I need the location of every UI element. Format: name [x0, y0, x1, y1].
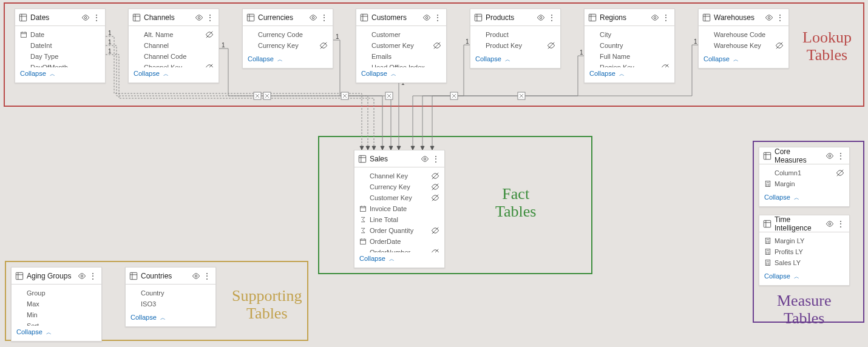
field-row[interactable]: Max [16, 299, 97, 309]
field-row[interactable]: Product [475, 30, 555, 39]
collapse-button[interactable]: Collapse ︿ [470, 53, 560, 68]
collapse-button[interactable]: Collapse ︿ [356, 67, 446, 83]
collapse-button[interactable]: Collapse ︿ [759, 191, 849, 206]
hidden-icon[interactable] [836, 169, 844, 177]
field-row[interactable]: Channel Key [359, 171, 439, 181]
collapse-button[interactable]: Collapse ︿ [759, 270, 849, 285]
field-row[interactable]: Currency Key [248, 41, 328, 50]
visibility-icon[interactable] [651, 13, 659, 22]
field-row[interactable]: City [589, 30, 670, 39]
field-row[interactable]: Margin [764, 179, 844, 189]
more-options-button[interactable]: ⋮ [433, 13, 442, 22]
field-row[interactable]: Invoice Date [359, 204, 439, 214]
card-header[interactable]: Warehouses⋮ [699, 9, 788, 26]
field-row[interactable]: Sales LY [764, 258, 844, 268]
table-card-time-intelligence[interactable]: Time Intelligence⋮Margin LYProfits LYSal… [759, 215, 850, 286]
field-row[interactable]: Channel Code [134, 52, 214, 61]
field-row[interactable]: Country [131, 288, 211, 298]
field-row[interactable]: Group [16, 288, 97, 298]
field-row[interactable]: Head Office Index [361, 62, 441, 67]
field-row[interactable]: Currency Key [359, 182, 439, 192]
hidden-icon[interactable] [431, 194, 439, 202]
table-card-sales[interactable]: Sales⋮Channel KeyCurrency KeyCustomer Ke… [354, 150, 445, 268]
field-row[interactable]: Date [20, 30, 100, 39]
field-row[interactable]: Country [589, 41, 670, 50]
card-header[interactable]: Dates⋮ [15, 9, 105, 26]
hidden-icon[interactable] [431, 226, 439, 235]
visibility-icon[interactable] [192, 272, 200, 280]
field-row[interactable]: Warehouse Key [704, 41, 784, 50]
field-row[interactable]: Order Quantity [359, 226, 439, 235]
table-card-customers[interactable]: Customers⋮CustomerCustomer KeyEmailsHead… [356, 8, 447, 83]
field-row[interactable]: DateInt [20, 41, 100, 50]
visibility-icon[interactable] [78, 272, 86, 280]
visibility-icon[interactable] [422, 13, 431, 22]
field-row[interactable]: Line Total [359, 215, 439, 224]
visibility-icon[interactable] [826, 220, 834, 228]
table-card-products[interactable]: Products⋮ProductProduct KeyCollapse ︿ [470, 8, 561, 69]
more-options-button[interactable]: ⋮ [432, 154, 441, 164]
card-header[interactable]: Sales⋮ [354, 150, 444, 167]
table-card-dates[interactable]: Dates⋮DateDateIntDay TypeDayOfMonthColla… [15, 8, 106, 83]
field-row[interactable]: Product Key [475, 41, 555, 50]
hidden-icon[interactable] [547, 41, 555, 50]
collapse-button[interactable]: Collapse ︿ [354, 252, 444, 268]
card-header[interactable]: Channels⋮ [129, 9, 219, 26]
visibility-icon[interactable] [537, 13, 545, 22]
hidden-icon[interactable] [319, 41, 328, 50]
hidden-icon[interactable] [775, 41, 784, 50]
collapse-button[interactable]: Collapse ︿ [243, 53, 333, 68]
collapse-button[interactable]: Collapse ︿ [129, 67, 219, 83]
visibility-icon[interactable] [826, 152, 834, 160]
table-card-countries[interactable]: Countries⋮CountryISO3Collapse ︿ [125, 267, 216, 327]
field-row[interactable]: OrderNumber [359, 248, 439, 252]
more-options-button[interactable]: ⋮ [206, 13, 215, 22]
table-card-regions[interactable]: Regions⋮CityCountryFull NameRegion KeyCo… [584, 8, 675, 83]
field-row[interactable]: Column1 [764, 168, 844, 178]
field-row[interactable]: Customer Key [361, 41, 441, 50]
card-header[interactable]: Products⋮ [470, 9, 560, 26]
visibility-icon[interactable] [421, 155, 429, 163]
field-row[interactable]: Currency Code [248, 30, 328, 39]
visibility-icon[interactable] [765, 13, 773, 22]
card-header[interactable]: Countries⋮ [126, 268, 215, 285]
field-row[interactable]: ISO3 [131, 299, 211, 309]
field-row[interactable]: Sort [16, 321, 97, 326]
visibility-icon[interactable] [309, 13, 317, 22]
card-header[interactable]: Currencies⋮ [243, 9, 333, 26]
card-header[interactable]: Core Measures⋮ [759, 147, 849, 164]
card-header[interactable]: Customers⋮ [356, 9, 446, 26]
table-card-currencies[interactable]: Currencies⋮Currency CodeCurrency KeyColl… [242, 8, 333, 69]
collapse-button[interactable]: Collapse ︿ [12, 326, 101, 341]
table-card-channels[interactable]: Channels⋮Alt. NameChannelChannel CodeCha… [128, 8, 219, 83]
field-row[interactable]: Emails [361, 52, 441, 61]
more-options-button[interactable]: ⋮ [662, 13, 671, 22]
field-row[interactable]: Region Key [589, 62, 670, 67]
hidden-icon[interactable] [205, 63, 214, 67]
field-row[interactable]: Customer [361, 30, 441, 39]
field-row[interactable]: Full Name [589, 52, 670, 61]
more-options-button[interactable]: ⋮ [776, 13, 785, 22]
visibility-icon[interactable] [81, 13, 90, 22]
collapse-button[interactable]: Collapse ︿ [585, 67, 674, 83]
field-row[interactable]: Warehouse Code [704, 30, 784, 39]
table-card-core-measures[interactable]: Core Measures⋮Column1MarginCollapse ︿ [759, 147, 850, 207]
field-row[interactable]: Min [16, 310, 97, 320]
field-row[interactable]: Profits LY [764, 247, 844, 257]
more-options-button[interactable]: ⋮ [548, 13, 557, 22]
field-row[interactable]: Margin LY [764, 236, 844, 246]
collapse-button[interactable]: Collapse ︿ [699, 53, 788, 68]
field-row[interactable]: Day Type [20, 52, 100, 61]
more-options-button[interactable]: ⋮ [89, 271, 98, 281]
table-card-aging-groups[interactable]: Aging Groups⋮GroupMaxMinSortCollapse ︿ [11, 267, 102, 342]
field-row[interactable]: OrderDate [359, 237, 439, 246]
visibility-icon[interactable] [195, 13, 203, 22]
hidden-icon[interactable] [431, 183, 439, 191]
hidden-icon[interactable] [431, 248, 439, 252]
more-options-button[interactable]: ⋮ [320, 13, 329, 22]
more-options-button[interactable]: ⋮ [836, 151, 846, 161]
collapse-button[interactable]: Collapse ︿ [15, 67, 105, 83]
field-row[interactable]: Customer Key [359, 193, 439, 203]
more-options-button[interactable]: ⋮ [203, 271, 212, 281]
hidden-icon[interactable] [431, 172, 439, 180]
